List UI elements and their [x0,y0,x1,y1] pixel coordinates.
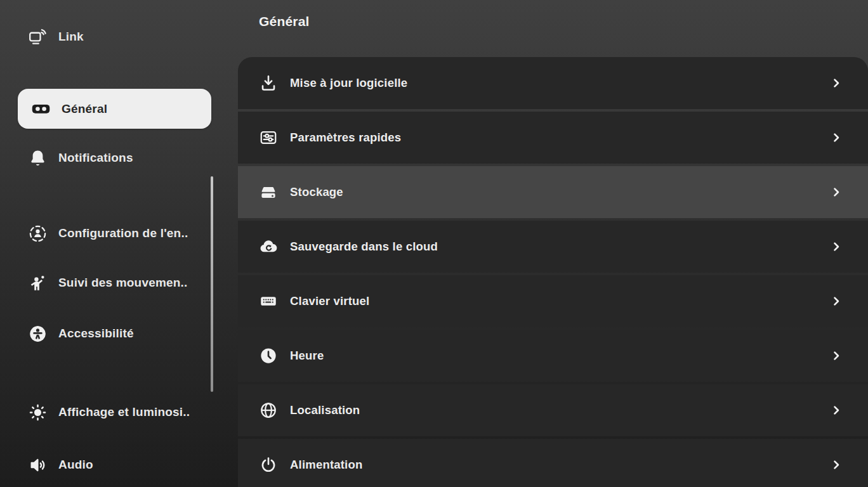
chevron-right-icon [830,240,843,253]
chevron-right-icon [830,295,843,308]
keyboard-icon [259,292,278,311]
settings-row-power[interactable]: Alimentation [238,439,868,487]
sidebar-item-notifications[interactable]: Notifications [28,145,133,171]
settings-row-label: Paramètres rapides [290,131,401,145]
page-title: Général [259,14,310,29]
sidebar-item-label: Général [62,102,107,116]
sidebar-item-general-selected[interactable]: Général [18,89,211,129]
sidebar-item-label: Affichage et luminosi.. [58,405,190,419]
boundary-icon [28,224,48,244]
power-icon [259,455,278,474]
settings-row-label: Heure [290,349,324,363]
chevron-right-icon [830,404,843,417]
globe-icon [259,401,278,420]
settings-row-label: Stockage [290,185,343,199]
sidebar-item-display-brightness[interactable]: Affichage et luminosi.. [28,399,190,425]
settings-row-software-update[interactable]: Mise à jour logicielle [238,57,868,109]
speaker-icon [28,455,48,475]
chevron-right-icon [830,349,843,362]
settings-row-label: Localisation [290,403,360,417]
sliders-icon [259,128,278,147]
settings-row-label: Clavier virtuel [290,294,369,308]
sidebar-item-audio[interactable]: Audio [28,452,93,477]
sidebar-item-label: Link [58,30,84,44]
cast-display-icon [28,27,48,47]
sidebar-item-boundary-setup[interactable]: Configuration de l'en.. [28,221,188,246]
sidebar-item-link[interactable]: Link [28,24,84,49]
sidebar: Link Général Notifications [0,0,235,487]
chevron-right-icon [830,77,843,89]
accessibility-icon [28,324,48,344]
settings-list: Mise à jour logicielle Paramètres rapide… [238,57,868,487]
settings-row-label: Mise à jour logicielle [290,76,407,90]
settings-row-location[interactable]: Localisation [238,384,868,436]
settings-row-time[interactable]: Heure [238,330,868,382]
settings-row-label: Alimentation [290,458,362,472]
sidebar-item-label: Configuration de l'en.. [58,226,188,240]
storage-icon [259,183,278,202]
settings-row-label: Sauvegarde dans le cloud [290,240,438,254]
clock-icon [259,346,278,365]
settings-row-virtual-keyboard[interactable]: Clavier virtuel [238,275,868,327]
body-tracking-icon [28,273,48,293]
settings-row-quick-settings[interactable]: Paramètres rapides [238,112,868,164]
settings-row-cloud-backup[interactable]: Sauvegarde dans le cloud [238,221,868,273]
sidebar-scrollbar[interactable] [211,176,213,392]
cloud-backup-icon [259,237,278,256]
brightness-icon [28,403,48,422]
sidebar-item-accessibility[interactable]: Accessibilité [28,321,134,346]
sidebar-item-label: Accessibilité [58,327,134,341]
vr-headset-icon [30,98,51,119]
sidebar-item-movement-tracking[interactable]: Suivi des mouvemen.. [28,270,188,295]
chevron-right-icon [830,131,843,144]
chevron-right-icon [830,186,843,198]
sidebar-item-label: Audio [58,458,93,472]
download-icon [259,74,278,93]
chevron-right-icon [830,458,843,471]
settings-row-storage[interactable]: Stockage [238,166,868,218]
sidebar-item-label: Notifications [58,151,133,165]
sidebar-item-label: Suivi des mouvemen.. [58,276,188,290]
bell-icon [28,148,48,168]
